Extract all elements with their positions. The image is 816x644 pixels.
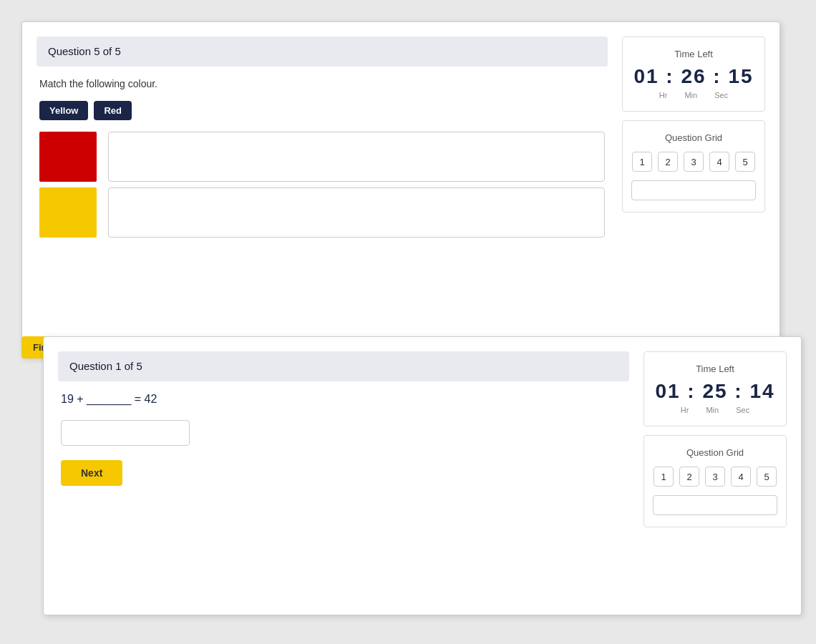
yellow-tag-button[interactable]: Yellow bbox=[39, 101, 88, 120]
back-grid-input-bar bbox=[631, 180, 756, 200]
back-question-header: Question 5 of 5 bbox=[37, 36, 608, 67]
next-button[interactable]: Next bbox=[61, 460, 122, 486]
front-question-header: Question 1 of 5 bbox=[58, 351, 629, 381]
front-sec-label: Sec bbox=[736, 406, 749, 414]
back-grid-card: Question Grid 1 2 3 4 5 bbox=[622, 120, 765, 213]
front-grid-num-4[interactable]: 4 bbox=[731, 467, 751, 487]
back-grid-num-3[interactable]: 3 bbox=[684, 152, 704, 172]
red-tag-button[interactable]: Red bbox=[94, 101, 132, 120]
front-grid-num-5[interactable]: 5 bbox=[757, 467, 777, 487]
front-hr-label: Hr bbox=[681, 406, 689, 414]
dropzone-1[interactable] bbox=[108, 132, 605, 182]
answer-input[interactable] bbox=[61, 420, 190, 446]
front-question-area: Question 1 of 5 19 + _______ = 42 Next bbox=[58, 351, 629, 600]
back-grid-numbers: 1 2 3 4 5 bbox=[631, 152, 756, 172]
color-dropzones bbox=[108, 132, 605, 238]
front-grid-numbers: 1 2 3 4 5 bbox=[653, 467, 777, 487]
front-grid-num-3[interactable]: 3 bbox=[705, 467, 725, 487]
front-grid-num-2[interactable]: 2 bbox=[679, 467, 699, 487]
math-question-text: 19 + _______ = 42 bbox=[61, 393, 626, 406]
front-question-title: Question 1 of 5 bbox=[69, 360, 142, 372]
front-timer-label: Time Left bbox=[653, 364, 777, 374]
front-grid-label: Question Grid bbox=[653, 447, 777, 458]
front-timer-display: 01 : 25 : 14 bbox=[653, 380, 777, 403]
back-timer-display: 01 : 26 : 15 bbox=[631, 65, 756, 88]
color-swatches bbox=[39, 132, 97, 238]
front-timer-units: Hr Min Sec bbox=[653, 406, 777, 414]
dropzone-2[interactable] bbox=[108, 187, 605, 238]
yellow-swatch bbox=[39, 187, 97, 238]
back-grid-num-4[interactable]: 4 bbox=[709, 152, 729, 172]
back-grid-label: Question Grid bbox=[631, 132, 756, 143]
front-timer-area: Time Left 01 : 25 : 14 Hr Min Sec Questi… bbox=[643, 351, 787, 600]
back-hr-label: Hr bbox=[659, 91, 668, 99]
red-swatch bbox=[39, 132, 97, 182]
front-card: Question 1 of 5 19 + _______ = 42 Next T… bbox=[43, 336, 802, 615]
front-question-body: 19 + _______ = 42 Next bbox=[58, 393, 629, 486]
back-timer-area: Time Left 01 : 26 : 15 Hr Min Sec Questi… bbox=[622, 36, 765, 343]
front-min-label: Min bbox=[706, 406, 719, 414]
back-question-area: Question 5 of 5 Match the following colo… bbox=[37, 36, 608, 343]
back-card: Question 5 of 5 Match the following colo… bbox=[21, 21, 780, 358]
front-timer-card: Time Left 01 : 25 : 14 Hr Min Sec bbox=[643, 351, 787, 426]
back-question-title: Question 5 of 5 bbox=[48, 45, 121, 57]
back-sec-label: Sec bbox=[714, 91, 728, 99]
back-question-body: Match the following colour. Yellow Red bbox=[37, 78, 608, 238]
back-timer-units: Hr Min Sec bbox=[631, 91, 756, 99]
back-grid-num-1[interactable]: 1 bbox=[632, 152, 652, 172]
front-grid-num-1[interactable]: 1 bbox=[654, 467, 674, 487]
front-grid-input-bar bbox=[653, 495, 777, 515]
back-grid-num-5[interactable]: 5 bbox=[735, 152, 755, 172]
color-match-container bbox=[39, 132, 605, 238]
back-timer-card: Time Left 01 : 26 : 15 Hr Min Sec bbox=[622, 36, 765, 112]
back-instruction: Match the following colour. bbox=[39, 78, 605, 89]
front-grid-card: Question Grid 1 2 3 4 5 bbox=[643, 435, 787, 527]
back-min-label: Min bbox=[684, 91, 697, 99]
back-timer-label: Time Left bbox=[631, 49, 756, 59]
back-color-tags: Yellow Red bbox=[39, 101, 605, 120]
back-grid-num-2[interactable]: 2 bbox=[658, 152, 678, 172]
